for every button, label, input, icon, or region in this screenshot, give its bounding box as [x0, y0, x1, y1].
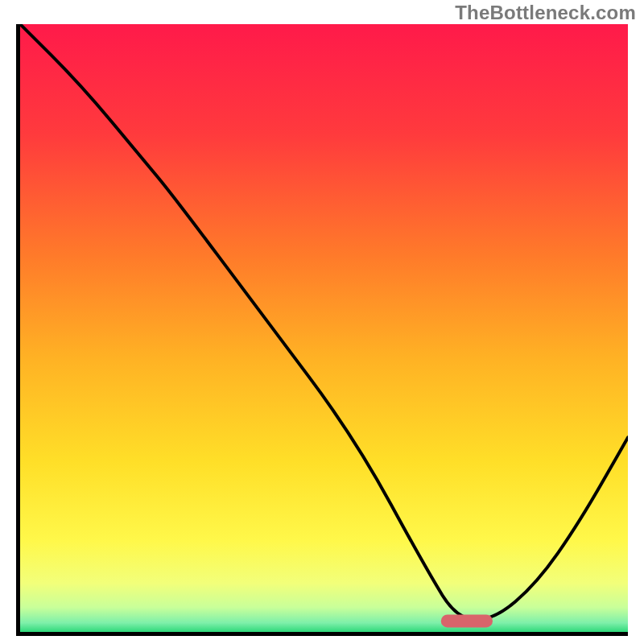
- chart-canvas: TheBottleneck.com: [0, 0, 644, 644]
- watermark-text: TheBottleneck.com: [455, 2, 636, 24]
- plot-axes: [16, 24, 628, 636]
